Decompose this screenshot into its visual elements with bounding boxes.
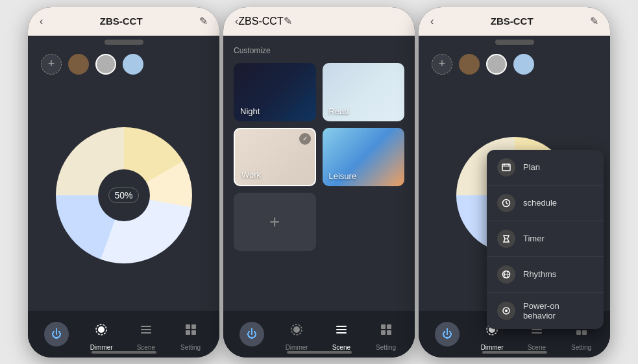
svg-rect-8 xyxy=(191,330,196,335)
scene-label-1: Scene xyxy=(137,344,155,351)
svg-rect-14 xyxy=(381,324,386,329)
svg-line-24 xyxy=(506,203,508,204)
avatar-gray-3[interactable] xyxy=(486,54,507,75)
edit-button-1[interactable]: ✎ xyxy=(199,15,208,27)
phone3-content: + Plan xyxy=(419,46,610,358)
svg-rect-36 xyxy=(532,332,542,334)
phone3-title: ZBS-CCT xyxy=(434,16,590,27)
svg-rect-39 xyxy=(576,330,581,335)
svg-rect-12 xyxy=(336,329,347,330)
add-avatar-3[interactable]: + xyxy=(432,54,452,75)
nav-power-2[interactable]: ⏻ xyxy=(235,322,269,346)
scene-icon-1 xyxy=(134,317,158,342)
power-on-label: Power-on behavior xyxy=(523,301,593,321)
home-indicator-3 xyxy=(482,351,547,354)
phone-scene: ‹ ZBS-CCT ✎ Customize Night Read Work ✓ xyxy=(223,7,415,358)
work-check: ✓ xyxy=(299,133,311,145)
svg-rect-17 xyxy=(387,330,391,335)
phone2-header: ‹ ZBS-CCT ✎ xyxy=(223,7,415,36)
read-label: Read xyxy=(329,106,349,116)
nav-scene-1[interactable]: Scene xyxy=(129,317,163,351)
svg-rect-18 xyxy=(502,164,510,171)
nav-power-3[interactable]: ⏻ xyxy=(430,322,464,346)
svg-rect-2 xyxy=(141,326,151,327)
setting-icon-1 xyxy=(178,317,203,342)
notch-pill-3 xyxy=(495,40,534,45)
avatar-brown-3[interactable] xyxy=(459,54,480,75)
scene-card-leisure[interactable]: Leisure xyxy=(323,128,405,186)
nav-dimmer-1[interactable]: Dimmer xyxy=(84,317,118,351)
scene-card-work[interactable]: Work ✓ xyxy=(234,128,316,186)
svg-rect-7 xyxy=(186,330,190,335)
scene-grid: Night Read Work ✓ Leisure xyxy=(234,63,404,186)
phone3-header: ‹ ZBS-CCT ✎ xyxy=(419,7,610,36)
setting-label-3: Setting xyxy=(571,344,591,351)
scene-add-button[interactable]: + xyxy=(234,193,316,251)
phone1-title: ZBS-CCT xyxy=(43,16,199,27)
svg-rect-13 xyxy=(336,332,347,334)
avatar-row-3: + xyxy=(419,46,610,80)
timer-icon xyxy=(497,230,515,248)
svg-point-9 xyxy=(293,326,300,333)
color-wheel-inner-1: 50% xyxy=(98,169,150,221)
edit-button-3[interactable]: ✎ xyxy=(590,15,598,27)
setting-label-1: Setting xyxy=(180,344,201,351)
phone1-header: ‹ ZBS-CCT ✎ xyxy=(28,7,219,36)
home-indicator-1 xyxy=(92,351,156,354)
svg-rect-3 xyxy=(141,329,151,330)
avatar-blue-1[interactable] xyxy=(123,54,143,75)
nav-power-1[interactable]: ⏻ xyxy=(40,322,73,346)
avatar-row-1: + xyxy=(28,46,219,80)
svg-rect-16 xyxy=(381,330,386,335)
notch-1 xyxy=(28,36,219,46)
phone-menu: ‹ ZBS-CCT ✎ + xyxy=(419,7,610,358)
phone1-content: + 50% ⏻ Dim xyxy=(28,46,219,358)
leisure-label: Leisure xyxy=(329,171,357,181)
avatar-blue-3[interactable] xyxy=(513,54,534,75)
phone2-title: ZBS-CCT xyxy=(238,16,283,27)
nav-scene-2[interactable]: Scene xyxy=(325,317,358,351)
phone2-content: Customize Night Read Work ✓ Leisure xyxy=(223,36,415,358)
power-on-icon xyxy=(497,302,515,320)
setting-icon-2 xyxy=(374,317,399,342)
customize-label: Customize xyxy=(234,46,404,55)
svg-rect-35 xyxy=(532,329,542,330)
schedule-label: schedule xyxy=(523,198,557,208)
menu-item-schedule[interactable]: schedule xyxy=(487,186,604,221)
timer-label: Timer xyxy=(523,234,545,243)
menu-item-power-on[interactable]: Power-on behavior xyxy=(487,293,604,329)
menu-item-plan[interactable]: Plan xyxy=(487,150,604,186)
nav-setting-1[interactable]: Setting xyxy=(174,317,208,351)
svg-rect-5 xyxy=(186,324,190,329)
rhythms-icon xyxy=(497,265,515,284)
svg-rect-11 xyxy=(336,326,347,327)
svg-rect-15 xyxy=(387,324,391,329)
avatar-brown-1[interactable] xyxy=(68,54,89,75)
phone-dimmer: ‹ ZBS-CCT ✎ + 50% ⏻ xyxy=(28,7,219,358)
notch-3 xyxy=(419,36,610,46)
power-icon-1: ⏻ xyxy=(44,322,69,346)
percent-label-1: 50% xyxy=(108,188,138,203)
svg-rect-40 xyxy=(582,330,587,335)
power-icon-2: ⏻ xyxy=(239,322,264,346)
scene-icon-2 xyxy=(329,317,354,342)
add-avatar-1[interactable]: + xyxy=(41,54,62,75)
dimmer-icon-1 xyxy=(89,317,114,342)
color-wheel-1[interactable]: 50% xyxy=(56,127,192,263)
work-label: Work xyxy=(241,170,261,180)
nav-setting-2[interactable]: Setting xyxy=(369,317,403,351)
menu-item-rhythms[interactable]: Rhythms xyxy=(487,257,604,293)
avatar-gray-1[interactable] xyxy=(95,54,116,75)
scene-card-night[interactable]: Night xyxy=(234,63,316,121)
svg-point-31 xyxy=(505,309,508,312)
nav-dimmer-2[interactable]: Dimmer xyxy=(280,317,313,351)
scene-content: Customize Night Read Work ✓ Leisure xyxy=(223,36,415,311)
rhythms-label: Rhythms xyxy=(523,269,556,279)
dimmer-label-3: Dimmer xyxy=(481,344,504,351)
color-wheel-container-1[interactable]: 50% xyxy=(28,80,219,311)
scene-card-read[interactable]: Read xyxy=(323,63,405,121)
dimmer-label-1: Dimmer xyxy=(90,344,113,351)
phones-container: ‹ ZBS-CCT ✎ + 50% ⏻ xyxy=(28,7,610,358)
menu-item-timer[interactable]: Timer xyxy=(487,221,604,257)
edit-button-2[interactable]: ✎ xyxy=(284,15,292,27)
